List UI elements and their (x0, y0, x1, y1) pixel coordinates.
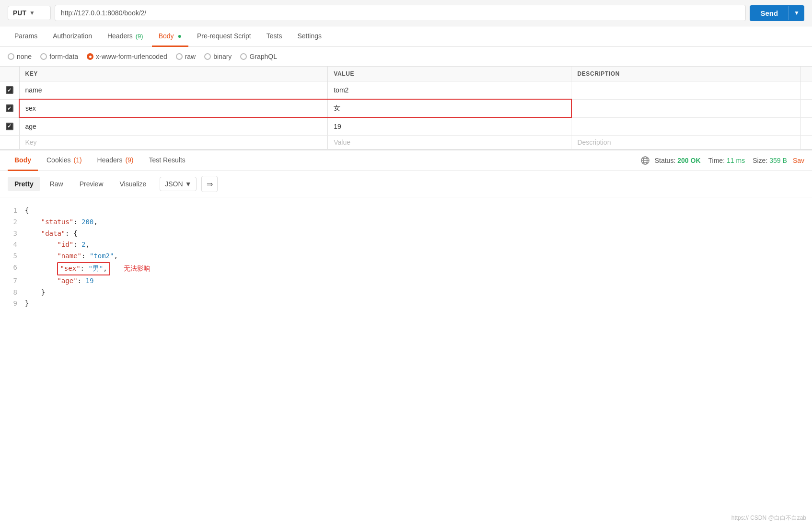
code-content-4: "id": 2, (25, 239, 804, 251)
row3-key-cell (19, 117, 328, 136)
row1-check-cell (0, 81, 19, 100)
resp-format-visualize[interactable]: Visualize (113, 177, 153, 191)
radio-x-www-form-urlencoded[interactable]: x-www-form-urlencoded (87, 53, 167, 60)
code-content-3: "data": { (25, 228, 804, 240)
th-description: DESCRIPTION (571, 67, 800, 81)
row2-desc-cell (571, 99, 800, 117)
radio-circle-raw (176, 53, 183, 60)
tab-headers[interactable]: Headers (9) (101, 26, 150, 47)
response-meta: Status: 200 OK Time: 11 ms Size: 359 B S… (640, 156, 804, 165)
code-line-8: 8 } (8, 287, 804, 298)
row1-desc-cell (571, 81, 800, 100)
resp-cookies-badge: (1) (73, 156, 81, 164)
code-line-4: 4 "id": 2, (8, 239, 804, 251)
resp-tab-test-results[interactable]: Test Results (142, 150, 192, 171)
code-line-7: 7 "age": 19 (8, 275, 804, 287)
radio-circle-binary (204, 53, 211, 60)
body-active-badge: ● (177, 32, 181, 40)
response-tabs-bar: Body Cookies (1) Headers (9) Test Result… (0, 150, 812, 171)
request-tabs: Params Authorization Headers (9) Body ● … (0, 26, 812, 47)
line-num-4: 4 (8, 239, 17, 251)
line-num-2: 2 (8, 217, 17, 228)
row2-value-input[interactable] (332, 103, 567, 114)
row2-desc-input[interactable] (576, 103, 796, 114)
time-label: Time: (708, 157, 725, 164)
row3-desc-input[interactable] (575, 121, 796, 132)
tab-settings[interactable]: Settings (290, 26, 328, 47)
row1-value-input[interactable] (332, 84, 567, 96)
resp-format-pretty[interactable]: Pretty (8, 177, 40, 191)
row1-checkbox[interactable] (6, 86, 13, 94)
row2-key-cell (19, 99, 328, 117)
row2-value-cell (328, 99, 571, 117)
tab-authorization[interactable]: Authorization (46, 26, 99, 47)
tab-pre-request[interactable]: Pre-request Script (190, 26, 258, 47)
radio-circle-graphql (240, 53, 247, 60)
table-row (0, 81, 812, 100)
resp-tab-body[interactable]: Body (8, 150, 38, 171)
code-line-5: 5 "name": "tom2", (8, 251, 804, 262)
row3-value-cell (328, 117, 571, 136)
tab-body[interactable]: Body ● (152, 26, 188, 47)
line-num-6: 6 (8, 262, 17, 275)
line-num-5: 5 (8, 251, 17, 262)
code-content-7: "age": 19 (25, 275, 804, 287)
line-num-3: 3 (8, 228, 17, 240)
headers-badge: (9) (136, 33, 143, 40)
resp-format-raw[interactable]: Raw (43, 177, 70, 191)
row2-extra-cell (800, 99, 812, 117)
th-value: VALUE (328, 67, 571, 81)
save-link[interactable]: Sav (793, 157, 804, 164)
response-section: Body Cookies (1) Headers (9) Test Result… (0, 149, 812, 317)
send-arrow-icon[interactable]: ▼ (789, 6, 804, 20)
row2-key-input[interactable] (23, 103, 324, 114)
line-num-8: 8 (8, 287, 17, 298)
size-label: Size: (753, 157, 767, 164)
size-value: 359 B (769, 157, 787, 164)
row1-desc-input[interactable] (575, 84, 796, 96)
radio-form-data[interactable]: form-data (40, 53, 78, 60)
line-num-9: 9 (8, 298, 17, 309)
line-num-7: 7 (8, 275, 17, 287)
row2-check-cell (0, 99, 19, 117)
method-select[interactable]: PUT ▼ (8, 6, 51, 20)
code-line-6: 6 "sex": "男", 无法影响 (8, 262, 804, 275)
th-key: KEY (19, 67, 328, 81)
radio-circle-none (8, 53, 14, 60)
radio-graphql[interactable]: GraphQL (240, 53, 277, 60)
tab-params[interactable]: Params (8, 26, 44, 47)
placeholder-desc-text: Description (575, 137, 613, 148)
code-content-9: } (25, 298, 804, 309)
json-format-select[interactable]: JSON ▼ (160, 177, 197, 191)
line-num-1: 1 (8, 205, 17, 217)
row3-key-input[interactable] (23, 121, 324, 132)
th-check (0, 67, 19, 81)
code-line-2: 2 "status": 200, (8, 217, 804, 228)
row1-key-input[interactable] (23, 84, 324, 96)
radio-raw[interactable]: raw (176, 53, 196, 60)
table-row (0, 99, 812, 117)
code-content-8: } (25, 287, 804, 298)
row2-checkbox[interactable] (6, 104, 13, 112)
row3-value-input[interactable] (332, 121, 567, 132)
radio-binary[interactable]: binary (204, 53, 232, 60)
form-table-container: KEY VALUE DESCRIPTION (0, 67, 812, 149)
time-value: 11 ms (727, 157, 745, 164)
resp-tab-headers[interactable]: Headers (9) (91, 150, 140, 171)
placeholder-extra-cell (800, 136, 812, 149)
radio-circle-urlencoded (87, 53, 93, 60)
code-line-3: 3 "data": { (8, 228, 804, 240)
method-label: PUT (13, 9, 26, 17)
resp-tab-cookies[interactable]: Cookies (1) (40, 150, 89, 171)
globe-icon (640, 156, 650, 165)
code-content-2: "status": 200, (25, 217, 804, 228)
radio-none[interactable]: none (8, 53, 32, 60)
word-wrap-button[interactable]: ⇒ (201, 176, 218, 192)
row1-key-cell (19, 81, 328, 100)
row3-checkbox[interactable] (6, 123, 13, 130)
tab-tests[interactable]: Tests (260, 26, 289, 47)
send-button[interactable]: Send ▼ (750, 5, 804, 21)
url-input[interactable] (55, 5, 746, 21)
resp-format-preview[interactable]: Preview (73, 177, 110, 191)
placeholder-key-cell: Key (19, 136, 328, 149)
